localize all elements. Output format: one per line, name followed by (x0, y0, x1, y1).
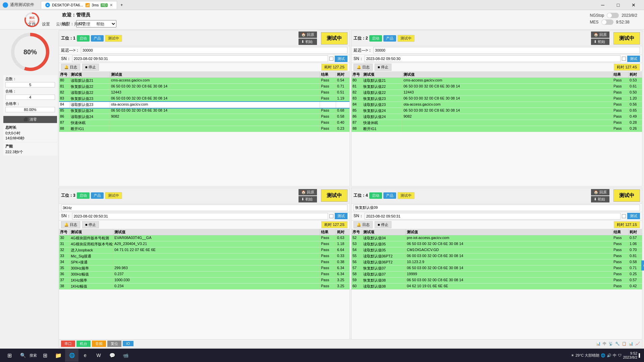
ws3-stop-btn[interactable]: ■ 停止 (82, 221, 99, 228)
ws4-stop-btn[interactable]: ■ 停止 (375, 221, 391, 228)
menu-file[interactable]: 文件 (25, 21, 39, 28)
ws2-test-btn[interactable]: 测试 (627, 56, 640, 62)
ws3-product-btn[interactable]: 产品 (91, 192, 104, 199)
ws4-test-btn[interactable]: 测试 (627, 213, 640, 219)
show-desktop-btn[interactable]: ▌ (639, 353, 641, 357)
ws2-init-btn[interactable]: ⬇ 初始 (591, 39, 609, 45)
video-btn[interactable]: 📹 (119, 349, 132, 362)
menu-settings[interactable]: 设置 (39, 21, 53, 28)
ws3-home-btn[interactable]: 🏠 回原 (299, 189, 317, 195)
btn-reset[interactable]: 复位 (107, 341, 121, 347)
mes-toggle[interactable] (601, 19, 613, 25)
wps-btn[interactable]: W (92, 349, 105, 362)
ws2-start-btn[interactable]: 启动 (369, 35, 382, 42)
menu-help[interactable]: 帮助 (94, 21, 107, 28)
ws1-stop-btn[interactable]: ■ 停止 (82, 64, 99, 71)
browser-tab[interactable]: ● DESKTOP-DTA6... 📶 3ms HD ✕ (41, 1, 117, 9)
menu-users[interactable]: 用户管理 (71, 21, 93, 28)
ws3-log-row: 🔔 日志 ■ 停止 耗时 127.2S (59, 221, 350, 229)
ws2-stop-btn[interactable]: ■ 停止 (375, 64, 391, 71)
ws1-sn-input[interactable] (72, 55, 328, 62)
ws4-home-btn[interactable]: 🏠 回原 (591, 189, 609, 195)
ws1-delay-input[interactable] (81, 47, 347, 54)
ws1-log-btn[interactable]: 🔔 日志 (61, 64, 80, 71)
menu-cloud[interactable]: 云功能 (53, 21, 71, 28)
ws3-action-btns: 🏠 回原 ⬇ 初始 (299, 189, 317, 202)
ws4-sn-input[interactable] (365, 213, 621, 220)
ws1-start-btn[interactable]: 启动 (77, 35, 90, 42)
ws3-header: 工位：3 启动 产品 测试中 🏠 回原 ⬇ 初始 测试中 (59, 188, 350, 204)
table-row: 32进入loopback04 71 01 22 07 6E 6E 6EPass6… (59, 247, 350, 253)
ws4-sn-label: SN： (354, 213, 363, 219)
ws3-sn-input[interactable] (72, 213, 328, 220)
ws2-delay-input[interactable] (373, 47, 640, 54)
ws3-delay-input[interactable] (61, 204, 347, 211)
ws2-log-btn[interactable]: 🔔 日志 (354, 64, 373, 71)
ws3-start-btn[interactable]: 启动 (77, 192, 90, 199)
table-row: 88断开IG1Pass0.23 (59, 126, 350, 132)
ws4-init-btn[interactable]: ⬇ 初始 (591, 196, 609, 202)
ws4-big-test-btn[interactable]: 测试中 (613, 189, 640, 202)
ws1-col-value: 测试值 (110, 72, 320, 77)
gauge-value: 80% (23, 48, 37, 56)
table-row: 84读取默认值23ota-access.gacicv.comPass0.56 (352, 102, 642, 108)
ws1-init-btn[interactable]: ⬇ 初始 (299, 39, 317, 45)
ws2-checkbox[interactable] (622, 57, 626, 61)
search-btn[interactable]: 🔍 (16, 349, 30, 362)
ws4-col-item: 测试项 (362, 229, 406, 235)
ws4-delay-input[interactable] (354, 204, 640, 211)
maximize-btn[interactable]: □ (610, 0, 626, 10)
ws2-delay-row: 延迟—>： (352, 46, 642, 55)
table-row: 55读取默认值06PT206 00 03 00 32 00 C8 6E 30 0… (352, 253, 642, 259)
ws3-checkbox[interactable] (329, 214, 333, 218)
clock-time: 9:52 (630, 351, 637, 355)
ws1-test-btn[interactable]: 测试 (335, 56, 347, 62)
mes-label: MES (590, 20, 599, 24)
header-info: NGStop 2023/8/2 MES 9:52:38 (590, 13, 637, 25)
explorer-btn[interactable]: 📁 (52, 349, 65, 362)
table-row: 56读取默认值06PT210.123.2.9Pass0.58 (352, 259, 642, 265)
ws1-status: 测试中 (105, 35, 122, 42)
rate-label: 合格率： (5, 102, 20, 106)
btn-serial[interactable]: 串口 (61, 341, 75, 347)
table-row: 53读取默认值0506 50 03 00 32 00 C8 6E 30 08 1… (352, 241, 642, 247)
ws3-big-test-btn[interactable]: 测试中 (321, 189, 347, 202)
ws4-checkbox[interactable] (622, 214, 626, 218)
expand-arrow-btn[interactable]: › (641, 260, 644, 270)
new-tab-btn[interactable]: + (117, 1, 126, 9)
btn-io[interactable]: IO (123, 341, 133, 346)
edge-btn[interactable]: e (78, 349, 92, 362)
ws2-header: 工位：2 启动 产品 测试中 🏠 回原 ⬇ 初始 测试中 (352, 31, 642, 46)
tab-close-btn[interactable]: ✕ (110, 3, 113, 7)
start-btn[interactable]: ⊞ (3, 349, 16, 362)
ws1-big-test-btn[interactable]: 测试中 (321, 32, 347, 45)
ws2-sn-input[interactable] (365, 55, 621, 62)
status-label: 中 (603, 341, 606, 346)
wechat-btn[interactable]: 💬 (105, 349, 119, 362)
ws2-product-btn[interactable]: 产品 (383, 35, 396, 42)
gauge-container: 80% (8, 30, 52, 74)
ws1-product-btn[interactable]: 产品 (91, 35, 104, 42)
close-btn[interactable]: ✕ (626, 0, 641, 10)
browser-btn[interactable]: 🌐 (65, 349, 78, 362)
table-row: 304G模块固件版本号检测EVAR08A03T4G__GAPass0.63 (59, 235, 350, 241)
task-view-btn[interactable]: ⊞ (38, 349, 52, 362)
clear-btn[interactable]: ⬛ 清零 (3, 116, 57, 123)
ws4-start-btn[interactable]: 启动 (369, 192, 382, 199)
ws1-home-btn[interactable]: 🏠 回原 (299, 32, 317, 38)
btn-audio[interactable]: 音频 (92, 341, 106, 347)
ngstop-toggle[interactable] (607, 13, 619, 18)
ws2-big-test-btn[interactable]: 测试中 (613, 32, 640, 45)
ws1-checkbox[interactable] (329, 57, 333, 61)
ws4-product-btn[interactable]: 产品 (383, 192, 396, 199)
ws2-action-btns: 🏠 回原 ⬇ 初始 (591, 32, 609, 45)
ws4-log-btn[interactable]: 🔔 日志 (354, 221, 373, 228)
total-label: 总数： (5, 77, 16, 81)
ws2-home-btn[interactable]: 🏠 回原 (591, 32, 609, 38)
minimize-btn[interactable]: ─ (595, 0, 610, 10)
clock: 9:52 2023/8/2 (623, 351, 637, 359)
btn-machine[interactable]: 机台 (76, 341, 91, 347)
ws3-init-btn[interactable]: ⬇ 初始 (299, 196, 317, 202)
ws3-log-btn[interactable]: 🔔 日志 (61, 221, 80, 228)
ws3-test-btn[interactable]: 测试 (335, 213, 347, 219)
